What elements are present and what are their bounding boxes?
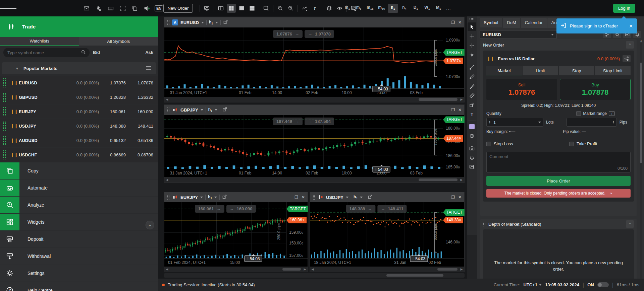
scrollbar-thumb[interactable] xyxy=(282,268,301,271)
timeframe-W1[interactable]: W1 xyxy=(422,4,432,13)
market-closed-warning[interactable]: The market is closed. Only pending order… xyxy=(486,189,631,198)
workspace-scrollbar[interactable] xyxy=(164,273,465,278)
drag-handle-icon[interactable] xyxy=(167,20,170,25)
dom-grip[interactable] xyxy=(483,221,486,227)
layers-icon[interactable] xyxy=(325,4,334,13)
scroll-right-icon[interactable]: ▶ xyxy=(459,268,464,271)
timeframe-m30[interactable]: m30 xyxy=(376,4,387,13)
drag-handle-icon[interactable] xyxy=(3,121,6,131)
session-countdown-badge[interactable]: 54:03 xyxy=(410,256,428,262)
ghost-sell-button[interactable]: 148.388→ xyxy=(346,205,375,213)
grid-layout-icon[interactable] xyxy=(227,4,236,13)
sidebar-item-automate[interactable]: Automate xyxy=(0,179,158,196)
symbol-select[interactable]: EURUSD xyxy=(480,30,557,39)
ghost-buy-button[interactable]: →160.090 xyxy=(226,205,256,213)
sidebar-item-copy[interactable]: Copy xyxy=(0,162,158,179)
crosshair-sync-icon[interactable] xyxy=(468,41,476,50)
alert-bell-icon[interactable] xyxy=(468,153,476,162)
sidebar-item-settings[interactable]: Settings xyxy=(0,265,158,282)
scroll-right-icon[interactable]: ▶ xyxy=(459,178,464,181)
timeframe-m5[interactable]: m5 xyxy=(354,4,364,13)
symbol-row-gbpusd[interactable]: ❙❙GBPUSD0.0 (0.00%)1.263281.26332 xyxy=(0,90,158,104)
pen-icon[interactable] xyxy=(468,72,476,81)
timezone-select[interactable]: UTC+1 xyxy=(524,282,542,287)
scrollbar-thumb[interactable] xyxy=(437,268,458,271)
close-icon[interactable]: ✕ xyxy=(302,195,305,200)
buy-button[interactable]: Buy 1.07878 xyxy=(560,79,631,100)
tab-dom[interactable]: DoM xyxy=(503,18,520,28)
scroll-left-icon[interactable]: ◀ xyxy=(164,178,170,181)
color-swatch[interactable] xyxy=(468,122,476,131)
split-layout-icon[interactable] xyxy=(248,4,257,13)
drag-handle-icon[interactable] xyxy=(167,107,170,113)
chart-symbol-select[interactable]: USDJPY xyxy=(326,195,343,200)
chart-window-icon[interactable] xyxy=(202,4,211,13)
place-order-button[interactable]: Place Order xyxy=(486,176,631,186)
chart-scrollbar[interactable]: ◀▶ xyxy=(164,97,464,102)
language-badge[interactable]: EN xyxy=(155,5,163,11)
symbol-row-eurusd[interactable]: ❙❙EURUSD0.0 (0.00%)1.078761.07878 xyxy=(0,76,158,90)
chart-header[interactable]: EURJPYh1❐✕ xyxy=(164,192,308,202)
session-countdown-badge[interactable]: 54:03 xyxy=(373,166,390,172)
chart-timeframe-select[interactable]: h1 xyxy=(354,195,358,200)
scrollbar-thumb[interactable] xyxy=(640,63,642,163)
drag-handle-icon[interactable] xyxy=(3,136,6,145)
chart-type-icon[interactable] xyxy=(300,4,309,13)
order-type-market[interactable]: Market xyxy=(486,66,522,75)
drag-handle-icon[interactable] xyxy=(3,150,6,159)
crosshair-icon[interactable] xyxy=(468,32,476,41)
chart-header[interactable]: GBPJPYh1❐✕ xyxy=(164,105,464,115)
scroll-right-icon[interactable]: ▶ xyxy=(459,98,464,101)
stop-loss-checkbox[interactable] xyxy=(486,142,491,146)
globe-icon[interactable] xyxy=(468,132,476,140)
quantity-stepper[interactable]: ▲▼ 1 xyxy=(486,118,543,127)
maximize-icon[interactable]: ❐ xyxy=(451,195,455,200)
chart-scrollbar[interactable]: ◀▶ xyxy=(310,267,464,272)
chart-plot[interactable]: 148.388→→148.411500.0 pips xyxy=(310,202,443,258)
sidebar-item-widgets[interactable]: Widgets xyxy=(0,214,158,230)
group-menu-icon[interactable] xyxy=(146,66,151,71)
on-toggle[interactable] xyxy=(597,282,609,287)
chart-header[interactable]: USDJPYh1❐✕ xyxy=(310,192,464,202)
scroll-up-icon[interactable]: ▲ xyxy=(640,39,643,42)
detach-chart-icon[interactable] xyxy=(222,194,227,201)
zoom-out-icon[interactable] xyxy=(276,4,285,13)
symbol-row-usdjpy[interactable]: ❙❙USDJPY0.0 (0.00%)148.388148.411 xyxy=(0,119,158,133)
drag-handle-icon[interactable] xyxy=(3,78,6,87)
symbol-row-eurjpy[interactable]: ❙❙EURJPY0.0 (0.00%)160.061160.090 xyxy=(0,104,158,119)
drag-handle-icon[interactable] xyxy=(3,92,6,102)
order-type-limit[interactable]: Limit xyxy=(523,66,558,75)
collapse-menu-button[interactable]: ⌄ xyxy=(146,221,154,229)
session-countdown-badge[interactable]: 54:03 xyxy=(244,256,262,262)
keyboard-icon[interactable] xyxy=(106,4,115,13)
comment-input[interactable] xyxy=(487,152,630,165)
close-icon[interactable]: ✕ xyxy=(458,195,462,200)
scroll-left-icon[interactable]: ◀ xyxy=(164,98,170,101)
sidebar-item-deposit[interactable]: Deposit xyxy=(0,231,158,247)
chart-timeframe-select[interactable]: h1 xyxy=(208,107,212,113)
chart-symbol-select[interactable]: GBPJPY xyxy=(180,107,198,113)
text-tool-icon[interactable]: T xyxy=(468,110,476,119)
market-range-checkbox[interactable] xyxy=(576,111,581,116)
scrollbar-thumb[interactable] xyxy=(386,274,443,277)
collapse-section-button[interactable]: ⌃ xyxy=(626,41,634,49)
timeframe-M1[interactable]: M1 xyxy=(433,4,444,13)
ghost-buy-button[interactable]: →187.504 xyxy=(305,118,334,125)
add-chart-icon[interactable] xyxy=(262,4,271,13)
maximize-icon[interactable]: ❐ xyxy=(451,107,455,112)
tab-calendar[interactable]: Calendar xyxy=(521,18,547,28)
ghost-sell-button[interactable]: 160.061→ xyxy=(195,205,224,213)
workspace-layout-icon[interactable] xyxy=(216,4,225,13)
symbol-row-usdchf[interactable]: ❙❙USDCHF0.0 (0.00%)0.866890.86708 xyxy=(0,148,158,162)
log-in-button[interactable]: Log In xyxy=(613,4,635,13)
scrollbar-thumb[interactable] xyxy=(419,98,458,101)
detach-chart-icon[interactable] xyxy=(222,107,227,113)
shapes-icon[interactable] xyxy=(468,100,476,109)
sound-icon[interactable] xyxy=(143,4,151,13)
pointer-settings-icon[interactable] xyxy=(94,4,103,13)
chart-scrollbar[interactable]: ◀▶ xyxy=(164,267,308,272)
chart-plot[interactable]: 160.061→→160.090250.0 pips xyxy=(164,202,286,258)
drag-handle-icon[interactable] xyxy=(167,195,170,200)
chart-timeframe-select[interactable]: h1 xyxy=(209,20,213,25)
single-layout-icon[interactable] xyxy=(237,4,246,13)
